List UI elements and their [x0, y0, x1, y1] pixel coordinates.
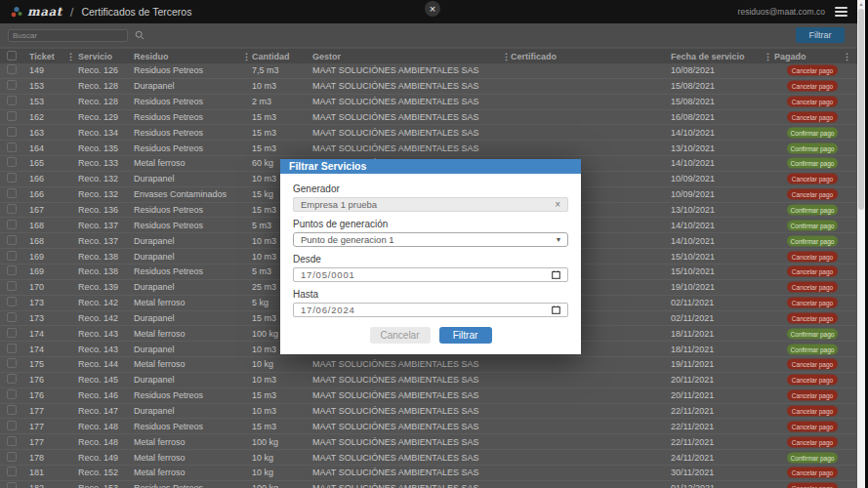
pago-status-button[interactable]: Confirmar pago: [787, 158, 838, 169]
apply-filter-button[interactable]: Filtrar: [439, 327, 492, 344]
row-checkbox[interactable]: [7, 111, 17, 121]
row-checkbox[interactable]: [7, 281, 17, 291]
row-checkbox[interactable]: [7, 421, 17, 430]
desde-date-input[interactable]: 17/05/0001: [293, 267, 568, 282]
table-row[interactable]: 178 Reco. 149 Metal ferroso 10 kg MAAT S…: [0, 450, 857, 466]
column-header-ticket[interactable]: Ticket: [29, 52, 55, 61]
pago-status-button[interactable]: Cancelar pago: [787, 468, 838, 478]
pago-status-button[interactable]: Cancelar pago: [787, 421, 838, 431]
pago-status-button[interactable]: Cancelar pago: [787, 189, 838, 200]
calendar-icon[interactable]: [552, 305, 560, 314]
pago-status-button[interactable]: Cancelar pago: [787, 298, 838, 308]
hasta-date-input[interactable]: 17/06/2024: [293, 303, 568, 317]
row-checkbox[interactable]: [7, 358, 17, 368]
pago-status-button[interactable]: Cancelar pago: [787, 375, 838, 386]
column-header-certificado[interactable]: Certificado: [511, 52, 557, 61]
row-checkbox[interactable]: [7, 80, 17, 90]
puntos-select[interactable]: Punto de generacion 1 ▾: [293, 232, 568, 247]
column-header-servicio[interactable]: Servicio: [78, 52, 112, 61]
table-row[interactable]: 177 Reco. 148 Metal ferroso 100 kg MAAT …: [0, 434, 857, 450]
row-checkbox[interactable]: [7, 436, 17, 446]
row-checkbox[interactable]: [7, 265, 17, 275]
pago-status-button[interactable]: Cancelar pago: [787, 251, 838, 262]
pago-status-button[interactable]: Cancelar pago: [787, 65, 838, 76]
scrollbar-thumb[interactable]: [858, 9, 864, 210]
row-checkbox[interactable]: [7, 235, 17, 245]
table-row[interactable]: 164 Reco. 135 Residuos Petreos 15 m3 MAA…: [0, 141, 857, 156]
table-row[interactable]: 163 Reco. 134 Residuos Petreos 15 m3 MAA…: [0, 125, 857, 141]
column-menu-icon[interactable]: ⋮: [242, 52, 251, 61]
pago-status-button[interactable]: Cancelar pago: [787, 282, 838, 293]
table-row[interactable]: 177 Reco. 147 Durapanel 10 m3 MAAT SOLUC…: [0, 404, 857, 420]
pago-status-button[interactable]: Cancelar pago: [787, 390, 838, 401]
table-row[interactable]: 162 Reco. 129 Residuos Petreos 15 m3 MAA…: [0, 110, 857, 126]
pago-status-button[interactable]: Confirmar pago: [787, 235, 838, 246]
column-header-cantidad[interactable]: Cantidad: [252, 52, 290, 61]
pago-status-button[interactable]: Confirmar pago: [787, 142, 838, 153]
scrollbar-up-arrow[interactable]: ▲: [857, 1, 865, 7]
column-menu-icon[interactable]: ⋮: [502, 52, 511, 61]
pago-status-button[interactable]: Confirmar pago: [787, 328, 838, 339]
generador-input[interactable]: Empresa 1 prueba ×: [293, 197, 568, 212]
vertical-scrollbar[interactable]: ▲: [857, 0, 865, 488]
table-row[interactable]: 182 Reco. 153 Residuos Petreos 100 kg MA…: [0, 481, 857, 488]
search-input[interactable]: [8, 29, 128, 42]
column-header-fecha[interactable]: Fecha de servicio: [671, 52, 745, 61]
row-checkbox[interactable]: [7, 127, 17, 137]
select-all-checkbox[interactable]: [7, 51, 17, 61]
column-header-residuo[interactable]: Residuo: [134, 52, 169, 61]
pago-status-button[interactable]: Cancelar pago: [787, 405, 838, 416]
calendar-icon[interactable]: [552, 270, 560, 279]
row-checkbox[interactable]: [7, 467, 17, 476]
table-row[interactable]: 175 Reco. 144 Metal ferroso 10 kg MAAT S…: [0, 357, 857, 373]
pago-status-button[interactable]: Cancelar pago: [787, 97, 838, 107]
pago-status-button[interactable]: Cancelar pago: [787, 436, 838, 447]
pago-status-button[interactable]: Cancelar pago: [787, 359, 838, 370]
table-row[interactable]: 177 Reco. 148 Residuos Petreos 15 m3 MAA…: [0, 419, 857, 434]
row-checkbox[interactable]: [7, 452, 17, 462]
pago-status-button[interactable]: Cancelar pago: [787, 266, 838, 277]
column-menu-icon[interactable]: ⋮: [843, 52, 851, 61]
row-checkbox[interactable]: [7, 389, 17, 399]
row-checkbox[interactable]: [7, 220, 17, 229]
row-checkbox[interactable]: [7, 405, 17, 415]
column-menu-icon[interactable]: ⋮: [764, 52, 772, 61]
row-checkbox[interactable]: [7, 142, 17, 152]
pago-status-button[interactable]: Confirmar pago: [787, 344, 838, 354]
table-row[interactable]: 153 Reco. 128 Residuos Petreos 2 m3 MAAT…: [0, 95, 857, 110]
clear-generador-icon[interactable]: ×: [555, 199, 560, 210]
row-checkbox[interactable]: [7, 297, 17, 306]
cancel-button[interactable]: Cancelar: [370, 327, 431, 344]
hamburger-menu-icon[interactable]: [835, 7, 847, 17]
maat-logo[interactable]: maat: [10, 5, 62, 19]
row-checkbox[interactable]: [7, 204, 17, 214]
table-row[interactable]: 153 Reco. 128 Durapanel 10 m3 MAAT SOLUC…: [0, 79, 857, 95]
pago-status-button[interactable]: Confirmar pago: [787, 205, 838, 216]
row-checkbox[interactable]: [7, 64, 17, 74]
table-row[interactable]: 176 Reco. 146 Residuos Petreos 15 m3 MAA…: [0, 388, 857, 404]
row-checkbox[interactable]: [7, 344, 17, 353]
table-row[interactable]: 181 Reco. 152 Metal ferroso 10 kg MAAT S…: [0, 466, 857, 481]
row-checkbox[interactable]: [7, 312, 17, 322]
row-checkbox[interactable]: [7, 188, 17, 198]
pago-status-button[interactable]: Cancelar pago: [787, 312, 838, 323]
pago-status-button[interactable]: Confirmar pago: [787, 220, 838, 230]
row-checkbox[interactable]: [7, 251, 17, 261]
table-row[interactable]: 176 Reco. 145 Durapanel 10 m3 MAAT SOLUC…: [0, 373, 857, 388]
pago-status-button[interactable]: Cancelar pago: [787, 483, 838, 488]
row-checkbox[interactable]: [7, 482, 17, 488]
pago-status-button[interactable]: Confirmar pago: [787, 127, 838, 138]
column-header-pagado[interactable]: Pagado: [774, 52, 806, 61]
column-menu-icon[interactable]: ⋮: [66, 52, 75, 61]
row-checkbox[interactable]: [7, 157, 17, 167]
row-checkbox[interactable]: [7, 374, 17, 384]
table-row[interactable]: 149 Reco. 126 Residuos Petreos 7,5 m3 MA…: [0, 63, 857, 79]
row-checkbox[interactable]: [7, 173, 17, 183]
pago-status-button[interactable]: Confirmar pago: [787, 452, 838, 463]
row-checkbox[interactable]: [7, 328, 17, 338]
pago-status-button[interactable]: Cancelar pago: [787, 174, 838, 184]
close-icon[interactable]: ×: [425, 1, 440, 17]
open-filter-button[interactable]: Filtrar: [796, 27, 845, 43]
pago-status-button[interactable]: Cancelar pago: [787, 111, 838, 122]
column-header-gestor[interactable]: Gestor: [312, 52, 341, 61]
